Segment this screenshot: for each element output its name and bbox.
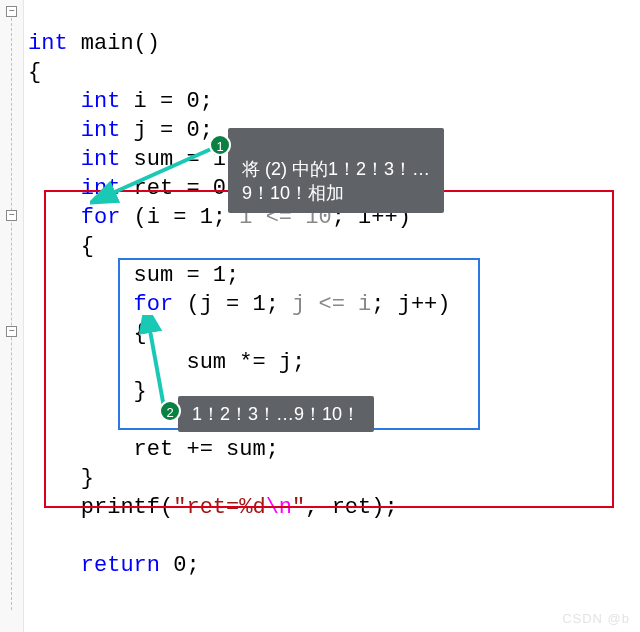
gutter — [0, 0, 24, 632]
fold-toggle-outer-for[interactable]: − — [6, 210, 17, 221]
fold-toggle-main[interactable]: − — [6, 6, 17, 17]
callout-1-line-1: 将 (2) 中的1！2！3！… — [242, 159, 430, 179]
code-line-8: { — [28, 234, 94, 259]
code-line-15: ret += sum; — [28, 437, 279, 462]
callout-2: 1！2！3！…9！10！ — [178, 396, 374, 432]
fold-toggle-inner-for[interactable]: − — [6, 326, 17, 337]
code-line-4: int j = 0; — [28, 118, 213, 143]
code-line-12: sum *= j; — [28, 350, 305, 375]
callout-1-line-2: 9！10！相加 — [242, 183, 344, 203]
code-line-9: sum = 1; — [28, 263, 239, 288]
code-line-16: } — [28, 466, 94, 491]
code-line-10: for (j = 1; j <= i; j++) — [28, 292, 451, 317]
callout-1: 将 (2) 中的1！2！3！… 9！10！相加 — [228, 128, 444, 213]
code-line-11: { — [28, 321, 147, 346]
code-line-13: } — [28, 379, 147, 404]
code-line-5: int sum = 1; — [28, 147, 239, 172]
code-line-17: printf("ret=%d\n", ret); — [28, 495, 398, 520]
code-line-19: return 0; — [28, 553, 200, 578]
keyword-int: int — [28, 31, 68, 56]
code-line-2: { — [28, 60, 41, 85]
code-line-3: int i = 0; — [28, 89, 213, 114]
code-editor-content: int main() { int i = 0; int j = 0; int s… — [28, 0, 451, 580]
badge-2: 2 — [159, 400, 181, 422]
watermark: CSDN @b — [562, 611, 630, 626]
code-line-6: int ret = 0; — [28, 176, 239, 201]
badge-1: 1 — [209, 134, 231, 156]
fold-guide-main — [11, 18, 12, 610]
code-line-1: int main() — [28, 31, 160, 56]
